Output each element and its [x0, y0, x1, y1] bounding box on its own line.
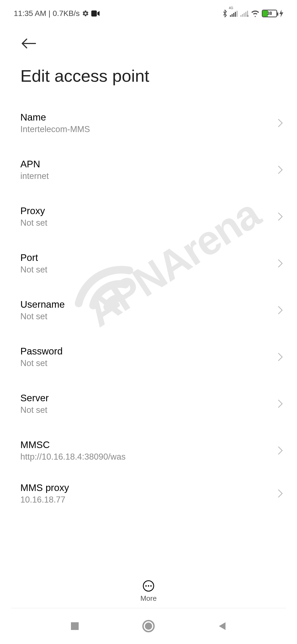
- wifi-icon: [251, 10, 260, 17]
- status-left: 11:35 AM | 0.7KB/s: [14, 9, 100, 18]
- row-label: Proxy: [20, 205, 286, 216]
- chevron-right-icon: [277, 352, 283, 362]
- page-title: Edit access point: [20, 66, 149, 86]
- battery-percent: 38: [263, 11, 276, 16]
- row-label: MMS proxy: [20, 482, 286, 493]
- signal-4g: 4G: [230, 10, 238, 17]
- status-net-speed: 0.7KB/s: [53, 9, 80, 18]
- chevron-right-icon: [277, 489, 283, 498]
- triangle-left-icon: [217, 621, 228, 632]
- row-value: Not set: [20, 265, 286, 275]
- row-proxy[interactable]: Proxy Not set: [20, 193, 286, 240]
- row-value: Intertelecom-MMS: [20, 124, 286, 134]
- status-separator: |: [48, 9, 50, 18]
- status-time: 11:35 AM: [14, 9, 46, 18]
- svg-point-17: [148, 585, 149, 587]
- chevron-right-icon: [277, 446, 283, 455]
- status-right: 4G 38: [222, 9, 283, 18]
- status-bar: 11:35 AM | 0.7KB/s 4G 38: [0, 7, 297, 20]
- circle-icon: [142, 620, 155, 633]
- row-value: 10.16.18.77: [20, 495, 286, 505]
- svg-rect-10: [245, 12, 246, 17]
- svg-rect-9: [244, 13, 245, 17]
- svg-rect-8: [242, 14, 243, 17]
- signal-4g-label: 4G: [229, 6, 233, 10]
- row-value: http://10.16.18.4:38090/was: [20, 452, 286, 462]
- nav-home-button[interactable]: [142, 620, 155, 634]
- nav-recent-button[interactable]: [69, 621, 80, 633]
- square-icon: [69, 621, 80, 632]
- row-server[interactable]: Server Not set: [20, 380, 286, 427]
- row-mmsc[interactable]: MMSC http://10.16.18.4:38090/was: [20, 427, 286, 474]
- arrow-left-icon: [21, 38, 37, 49]
- svg-point-16: [145, 585, 147, 587]
- svg-point-21: [145, 623, 152, 630]
- svg-rect-2: [230, 15, 231, 17]
- row-password[interactable]: Password Not set: [20, 334, 286, 380]
- row-label: Name: [20, 112, 286, 123]
- svg-rect-7: [240, 15, 241, 17]
- apn-settings-list: Name Intertelecom-MMS APN internet Proxy…: [20, 100, 286, 513]
- svg-rect-4: [233, 13, 234, 17]
- row-label: Password: [20, 346, 286, 357]
- nav-back-button[interactable]: [217, 621, 228, 633]
- row-label: Username: [20, 299, 286, 310]
- chevron-right-icon: [277, 305, 283, 315]
- svg-rect-3: [232, 14, 233, 17]
- row-label: Server: [20, 392, 286, 403]
- video-icon: [91, 10, 100, 17]
- more-label: More: [140, 594, 156, 603]
- row-apn[interactable]: APN internet: [20, 146, 286, 193]
- row-label: Port: [20, 252, 286, 263]
- row-value: Not set: [20, 358, 286, 368]
- battery-indicator: 38: [262, 10, 277, 17]
- chevron-right-icon: [277, 165, 283, 175]
- svg-rect-6: [237, 11, 238, 17]
- svg-rect-5: [235, 12, 236, 17]
- chevron-right-icon: [277, 258, 283, 268]
- charging-icon: [279, 10, 283, 17]
- row-port[interactable]: Port Not set: [20, 240, 286, 287]
- bluetooth-icon: [222, 9, 228, 18]
- row-value: Not set: [20, 405, 286, 415]
- svg-rect-19: [71, 622, 79, 630]
- bottom-divider: [11, 608, 286, 608]
- svg-point-18: [150, 585, 152, 587]
- more-button[interactable]: More: [0, 580, 297, 603]
- row-username[interactable]: Username Not set: [20, 287, 286, 334]
- back-button[interactable]: [20, 35, 37, 52]
- row-mmsproxy[interactable]: MMS proxy 10.16.18.77: [20, 474, 286, 513]
- row-value: internet: [20, 171, 286, 181]
- chevron-right-icon: [277, 399, 283, 409]
- svg-rect-1: [91, 10, 97, 17]
- row-value: Not set: [20, 312, 286, 321]
- row-value: Not set: [20, 218, 286, 228]
- more-icon: [142, 580, 155, 592]
- chevron-right-icon: [277, 118, 283, 128]
- gear-icon: [82, 10, 89, 17]
- signal-secondary: [240, 10, 249, 17]
- system-nav-bar: [0, 614, 297, 639]
- row-label: APN: [20, 159, 286, 170]
- chevron-right-icon: [277, 212, 283, 222]
- row-name[interactable]: Name Intertelecom-MMS: [20, 100, 286, 146]
- row-label: MMSC: [20, 439, 286, 450]
